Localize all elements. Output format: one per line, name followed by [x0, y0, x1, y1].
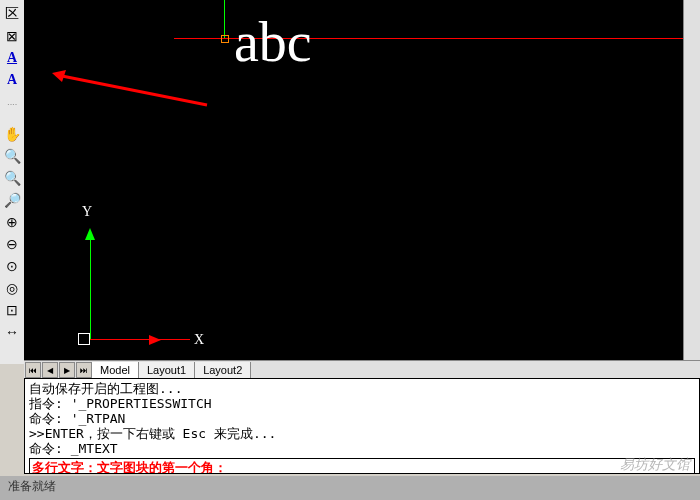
text-entity[interactable]: abc — [234, 10, 312, 74]
ucs-x-label: X — [194, 332, 204, 348]
ucs-y-axis — [90, 240, 91, 340]
command-history-line: 自动保存开启的工程图... — [29, 381, 695, 396]
tab-nav-first-icon[interactable]: ⏮ — [25, 362, 41, 378]
command-history-line: 命令: _MTEXT — [29, 441, 695, 456]
status-bar: 准备就绪 — [0, 476, 700, 500]
command-input[interactable]: 多行文字：文字图块的第一个角： — [29, 458, 695, 474]
zoom-realtime-icon[interactable]: 🔍 — [2, 146, 22, 166]
tab-nav-prev-icon[interactable]: ◀ — [42, 362, 58, 378]
tab-nav-next-icon[interactable]: ▶ — [59, 362, 75, 378]
watermark-text: 易坊好文馆 — [620, 456, 690, 474]
tab-model[interactable]: Model — [92, 362, 139, 378]
command-history-line: 指令: '_PROPERTIESSWITCH — [29, 396, 695, 411]
pan-tool-icon[interactable]: ✋ — [2, 124, 22, 144]
mtext-tool-icon[interactable]: A — [2, 48, 22, 68]
command-history-line: 命令: '_RTPAN — [29, 411, 695, 426]
tab-nav-last-icon[interactable]: ⏭ — [76, 362, 92, 378]
svg-marker-1 — [52, 70, 66, 82]
tab-layout2[interactable]: Layout2 — [195, 362, 251, 378]
zoom-object-icon[interactable]: ◎ — [2, 278, 22, 298]
tool-region-icon[interactable]: 区 — [2, 4, 22, 24]
ucs-y-label: Y — [82, 204, 92, 220]
zoom-extents-icon[interactable]: ⊡ — [2, 300, 22, 320]
ucs-y-arrow-icon — [85, 228, 95, 240]
cursor-pickbox — [221, 35, 229, 43]
zoom-in-icon[interactable]: ⊕ — [2, 212, 22, 232]
zoom-out-icon[interactable]: ⊖ — [2, 234, 22, 254]
zoom-previous-icon[interactable]: ↔ — [2, 322, 22, 342]
crosshair-vertical — [224, 0, 225, 38]
command-window[interactable]: 自动保存开启的工程图... 指令: '_PROPERTIESSWITCH 命令:… — [24, 378, 700, 474]
zoom-window-icon[interactable]: 🔍 — [2, 168, 22, 188]
tab-layout1[interactable]: Layout1 — [139, 362, 195, 378]
svg-line-0 — [57, 75, 207, 105]
zoom-center-icon[interactable]: ⊙ — [2, 256, 22, 276]
tool-divider-icon: ‥‥ — [2, 92, 22, 112]
command-history-line: >>ENTER，按一下右键或 Esc 来完成... — [29, 426, 695, 441]
text-tool-icon[interactable]: A — [2, 70, 22, 90]
ucs-x-arrow-icon — [149, 335, 161, 345]
drawing-canvas[interactable]: abc Y X — [24, 0, 700, 360]
vertical-scrollbar[interactable] — [683, 0, 700, 360]
ucs-origin-icon — [78, 333, 90, 345]
zoom-dynamic-icon[interactable]: 🔎 — [2, 190, 22, 210]
ucs-x-axis — [90, 339, 190, 340]
tool-hatch-icon[interactable]: ⊠ — [2, 26, 22, 46]
annotation-arrow-icon — [52, 70, 212, 110]
